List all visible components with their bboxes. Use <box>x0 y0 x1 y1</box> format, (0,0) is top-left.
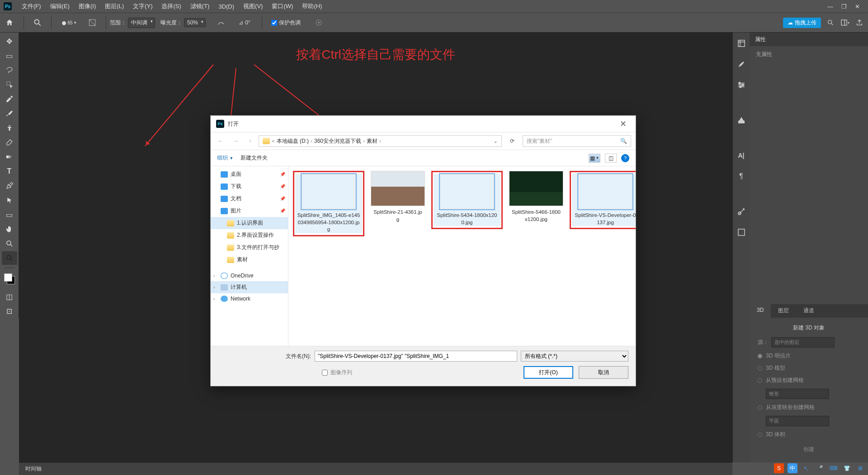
tree-item[interactable]: 图片📌 <box>211 205 288 217</box>
shape-tool-icon[interactable]: ▭ <box>2 208 17 221</box>
radio-postcard[interactable] <box>758 354 762 358</box>
brush-tool-icon[interactable] <box>2 107 17 120</box>
source-dropdown[interactable]: 选中的图层 <box>771 337 835 348</box>
radio-volume[interactable] <box>758 433 762 437</box>
color-swatch[interactable] <box>4 273 15 284</box>
airbrush-icon[interactable] <box>211 19 231 27</box>
home-icon[interactable] <box>4 17 15 28</box>
ime-menu-icon[interactable]: ⊞ <box>855 463 865 473</box>
tree-item[interactable]: ›OneDrive <box>211 270 288 281</box>
tools-panel-icon[interactable] <box>735 206 748 217</box>
quick-select-tool-icon[interactable] <box>2 78 17 91</box>
menu-view[interactable]: 视图(V) <box>239 2 267 10</box>
tree-item[interactable]: 桌面📌 <box>211 168 288 180</box>
eyedropper-tool-icon[interactable] <box>2 92 17 106</box>
tree-item[interactable]: 2.界面设置操作 <box>211 229 288 241</box>
ime-sogou-icon[interactable]: S <box>774 463 784 473</box>
help-icon[interactable]: ? <box>621 154 629 162</box>
range-dropdown[interactable]: 中间调 <box>128 18 155 28</box>
brushes-panel-icon[interactable] <box>735 59 748 70</box>
window-close-icon[interactable]: ✕ <box>855 3 860 10</box>
menu-help[interactable]: 帮助(H) <box>297 2 326 10</box>
workspace-icon[interactable]: ▾ <box>840 18 850 28</box>
exposure-dropdown[interactable]: 50% <box>184 18 206 27</box>
menu-file[interactable]: 文件(F) <box>17 2 46 10</box>
tree-item[interactable]: 1.认识界面 <box>211 217 288 229</box>
filetype-dropdown[interactable]: 所有格式 (*.*) <box>521 351 628 362</box>
zoom-tool-icon[interactable] <box>2 237 17 250</box>
quickmask-icon[interactable]: ◫ <box>2 290 17 303</box>
crumb-folder1[interactable]: 360安全浏览器下载 <box>314 137 361 145</box>
menu-filter[interactable]: 滤镜(T) <box>186 2 214 10</box>
ime-skin-icon[interactable]: 👕 <box>842 463 852 473</box>
tab-channels[interactable]: 通道 <box>796 304 821 318</box>
new-folder-button[interactable]: 新建文件夹 <box>241 154 268 162</box>
history-panel-icon[interactable] <box>735 38 748 49</box>
clone-tool-icon[interactable] <box>2 121 17 135</box>
tab-layers[interactable]: 图层 <box>771 304 796 318</box>
menu-image[interactable]: 图像(I) <box>74 2 100 10</box>
gradient-tool-icon[interactable] <box>2 150 17 164</box>
nav-forward-icon[interactable]: → <box>231 138 241 144</box>
crumb-drive[interactable]: 本地磁盘 (D:) <box>277 137 309 145</box>
move-tool-icon[interactable]: ✥ <box>2 34 17 48</box>
file-thumbnail[interactable]: SplitShire-5434-1800x1200.jpg <box>434 174 500 226</box>
character-panel-icon[interactable]: A| <box>735 150 748 161</box>
menu-type[interactable]: 文字(Y) <box>128 2 157 10</box>
window-maximize-icon[interactable]: ❐ <box>841 3 847 10</box>
ime-punct-icon[interactable]: •, <box>801 463 811 473</box>
tree-item[interactable]: 3.文件的打开与抄 <box>211 241 288 254</box>
window-minimize-icon[interactable]: — <box>827 3 833 10</box>
file-thumbnail[interactable]: SplitShire_IMG_1405-e1450349856954-1800x… <box>295 174 362 233</box>
tab-3d[interactable]: 3D <box>750 304 771 318</box>
screenmode-icon[interactable]: ⊡ <box>2 304 17 318</box>
tree-item[interactable]: 文档📌 <box>211 193 288 205</box>
search-icon[interactable] <box>826 18 835 28</box>
properties-panel-header[interactable]: 属性 <box>750 33 868 46</box>
cancel-button[interactable]: 取消 <box>579 366 628 379</box>
radio-model[interactable] <box>758 366 762 371</box>
brush-panel-icon[interactable] <box>82 19 102 27</box>
organize-button[interactable]: 组织 ▼ <box>217 154 233 162</box>
timeline-label[interactable]: 时间轴 <box>25 465 42 473</box>
hand-tool-icon[interactable] <box>2 222 17 236</box>
open-button[interactable]: 打开(O) <box>524 366 573 379</box>
menu-window[interactable]: 窗口(W) <box>267 2 297 10</box>
pressure-icon[interactable] <box>309 19 329 27</box>
preview-pane-icon[interactable]: ◫ <box>605 154 617 163</box>
dodge-tool-icon[interactable] <box>2 251 17 265</box>
crumb-dropdown-icon[interactable]: ⌄ <box>493 138 498 144</box>
menu-3d[interactable]: 3D(D) <box>214 3 239 10</box>
breadcrumb[interactable]: « 本地磁盘 (D:)› 360安全浏览器下载› 素材› ⌄ <box>259 135 502 147</box>
dialog-close-icon[interactable]: ✕ <box>616 119 630 129</box>
tree-item[interactable]: ›Network <box>211 293 288 304</box>
adjustments-panel-icon[interactable] <box>735 80 748 90</box>
current-tool-icon[interactable] <box>28 18 47 27</box>
radio-preset[interactable] <box>758 378 762 383</box>
search-input[interactable]: 搜索"素材"🔍 <box>523 135 631 147</box>
eraser-tool-icon[interactable] <box>2 136 17 149</box>
view-mode-icon[interactable]: ▦▼ <box>589 154 600 163</box>
filename-input[interactable] <box>315 351 517 362</box>
path-select-tool-icon[interactable] <box>2 193 17 207</box>
create-3d-button[interactable]: 创建 <box>758 443 860 456</box>
protect-tones-checkbox[interactable] <box>271 20 277 26</box>
libraries-panel-icon[interactable] <box>735 227 748 238</box>
pen-tool-icon[interactable] <box>2 179 17 193</box>
refresh-icon[interactable]: ⟳ <box>506 138 518 144</box>
styles-panel-icon[interactable] <box>735 115 748 126</box>
tree-item[interactable]: 下载📌 <box>211 180 288 193</box>
share-icon[interactable] <box>854 18 864 28</box>
paragraph-panel-icon[interactable]: ¶ <box>735 171 748 182</box>
lasso-tool-icon[interactable] <box>2 63 17 77</box>
tree-item[interactable]: ›计算机 <box>211 281 288 293</box>
tree-item[interactable]: 素材 <box>211 254 288 266</box>
ime-lang-icon[interactable]: 中 <box>788 463 797 473</box>
brush-preset-icon[interactable]: ●65▾ <box>55 18 82 28</box>
file-thumbnail[interactable]: SplitShire-5466-1800x1200.jpg <box>509 171 563 223</box>
preset-dropdown[interactable]: 锥形 <box>766 389 829 399</box>
type-tool-icon[interactable]: T <box>2 165 17 178</box>
marquee-tool-icon[interactable]: ▭ <box>2 49 17 62</box>
menu-select[interactable]: 选择(S) <box>157 2 185 10</box>
file-thumbnail[interactable]: SplitShire-21-4361.jpg <box>371 171 425 223</box>
